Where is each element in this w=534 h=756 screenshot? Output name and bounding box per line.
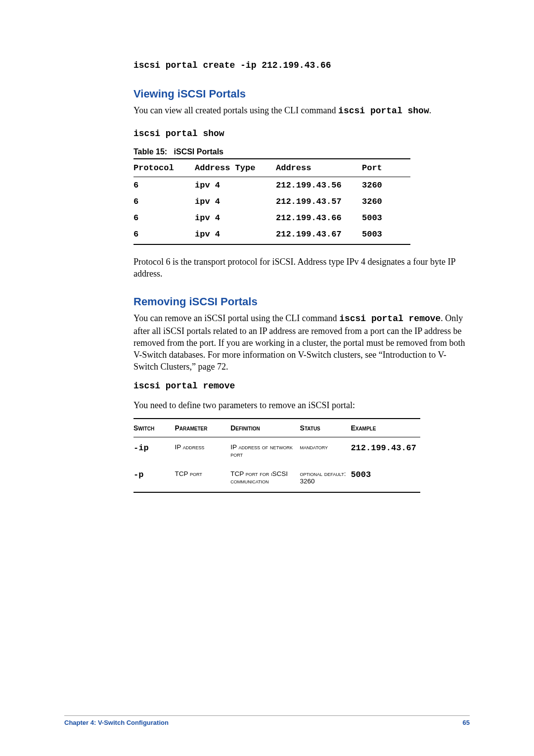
text: . bbox=[429, 105, 432, 115]
cell: 5003 bbox=[362, 210, 410, 226]
cell-definition: IP address of network port bbox=[230, 437, 300, 465]
cell: 3260 bbox=[362, 193, 410, 210]
heading-removing-iscsi-portals: Removing iSCSI Portals bbox=[134, 295, 470, 308]
cell: ipv 4 bbox=[195, 193, 276, 210]
cell: 212.199.43.66 bbox=[276, 210, 362, 226]
cell-status: mandatory bbox=[300, 437, 351, 465]
paragraph: Protocol 6 is the transport protocol for… bbox=[134, 256, 470, 280]
table-row: 6 ipv 4 212.199.43.57 3260 bbox=[134, 193, 410, 210]
text: You can view all created portals using t… bbox=[134, 105, 338, 115]
table-header-row: Switch Parameter Definition Status Examp… bbox=[134, 419, 420, 437]
cell: 5003 bbox=[362, 226, 410, 244]
cell: ipv 4 bbox=[195, 210, 276, 226]
paragraph: You can remove an iSCSI portal using the… bbox=[134, 312, 470, 373]
cell-switch: -ip bbox=[134, 437, 175, 465]
cell: 3260 bbox=[362, 177, 410, 193]
col-switch: Switch bbox=[134, 419, 175, 437]
command-line: iscsi portal create -ip 212.199.43.66 bbox=[134, 59, 470, 72]
caption-title: iSCSI Portals bbox=[174, 147, 223, 156]
cell: 6 bbox=[134, 210, 195, 226]
col-protocol: Protocol bbox=[134, 159, 195, 177]
page: iscsi portal create -ip 212.199.43.66 Vi… bbox=[0, 0, 534, 756]
command-line: iscsi portal show bbox=[134, 128, 470, 140]
cell: 6 bbox=[134, 193, 195, 210]
cell: 212.199.43.67 bbox=[276, 226, 362, 244]
params-table: Switch Parameter Definition Status Examp… bbox=[134, 418, 420, 493]
inline-command: iscsi portal show bbox=[338, 106, 429, 116]
inline-command: iscsi portal remove bbox=[339, 314, 441, 324]
cell-parameter: IP address bbox=[175, 437, 230, 465]
table-header-row: Protocol Address Type Address Port bbox=[134, 159, 410, 177]
cell: 212.199.43.56 bbox=[276, 177, 362, 193]
cell-switch: -p bbox=[134, 464, 175, 492]
iscsi-portals-table: Protocol Address Type Address Port 6 ipv… bbox=[134, 158, 410, 245]
cell: 6 bbox=[134, 226, 195, 244]
paragraph: You need to define two parameters to rem… bbox=[134, 399, 470, 411]
col-example: Example bbox=[351, 419, 420, 437]
col-port: Port bbox=[362, 159, 410, 177]
table-row: 6 ipv 4 212.199.43.67 5003 bbox=[134, 226, 410, 244]
col-definition: Definition bbox=[230, 419, 300, 437]
col-status: Status bbox=[300, 419, 351, 437]
table-row: -ip IP address IP address of network por… bbox=[134, 437, 420, 465]
command-line: iscsi portal remove bbox=[134, 380, 470, 392]
caption-number: Table 15: bbox=[134, 147, 167, 156]
cell-status: optional default: 3260 bbox=[300, 464, 351, 492]
page-footer: Chapter 4: V-Switch Configuration 65 bbox=[64, 715, 470, 726]
cell: ipv 4 bbox=[195, 226, 276, 244]
cell: 212.199.43.57 bbox=[276, 193, 362, 210]
table-row: -p TCP port TCP port for iSCSI communica… bbox=[134, 464, 420, 492]
cell: ipv 4 bbox=[195, 177, 276, 193]
col-address: Address bbox=[276, 159, 362, 177]
cell-parameter: TCP port bbox=[175, 464, 230, 492]
cell-example: 5003 bbox=[351, 464, 420, 492]
cell: 6 bbox=[134, 177, 195, 193]
table-caption: Table 15: iSCSI Portals bbox=[134, 147, 470, 156]
text: You can remove an iSCSI portal using the… bbox=[134, 313, 339, 323]
cell-definition: TCP port for iSCSI communication bbox=[230, 464, 300, 492]
table-row: 6 ipv 4 212.199.43.66 5003 bbox=[134, 210, 410, 226]
col-address-type: Address Type bbox=[195, 159, 276, 177]
table-row: 6 ipv 4 212.199.43.56 3260 bbox=[134, 177, 410, 193]
paragraph: You can view all created portals using t… bbox=[134, 104, 470, 117]
footer-chapter: Chapter 4: V-Switch Configuration bbox=[64, 719, 169, 726]
footer-page-number: 65 bbox=[463, 719, 470, 726]
heading-viewing-iscsi-portals: Viewing iSCSI Portals bbox=[134, 88, 470, 100]
cell-example: 212.199.43.67 bbox=[351, 437, 420, 465]
col-parameter: Parameter bbox=[175, 419, 230, 437]
